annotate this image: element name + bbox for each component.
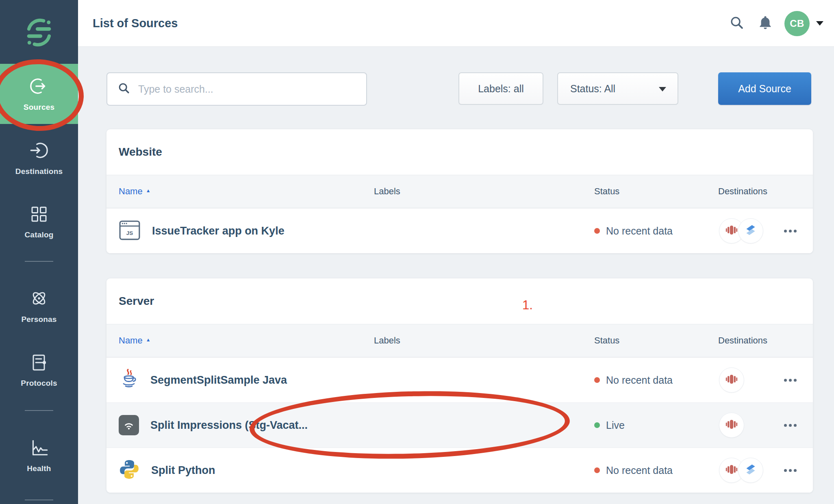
search-button[interactable] <box>723 9 751 38</box>
catalog-icon <box>29 204 49 226</box>
sidebar-divider <box>25 500 53 500</box>
section-title: Website <box>119 146 162 159</box>
status-dot <box>594 467 600 473</box>
chevron-down-icon <box>659 87 666 91</box>
destinations-cell <box>718 458 813 483</box>
amazon-kinesis-icon <box>725 463 738 478</box>
table-row[interactable]: Split Impressions (Stg-Vacat... Live <box>106 402 813 448</box>
row-actions-menu[interactable] <box>782 420 798 431</box>
sidebar-item-label: Health <box>27 464 51 473</box>
search-icon <box>728 14 745 33</box>
svg-text:JS: JS <box>126 230 133 236</box>
column-header-labels: Labels <box>374 186 594 197</box>
column-header-name[interactable]: Name ▲ <box>106 186 374 197</box>
java-source-icon <box>119 368 139 392</box>
destination-badge[interactable] <box>738 218 763 243</box>
sources-icon <box>29 76 49 98</box>
labels-filter-button[interactable]: Labels: all <box>458 72 543 105</box>
sidebar-item-label: Destinations <box>15 167 63 176</box>
search-input[interactable] <box>138 83 350 95</box>
table-row[interactable]: SegmentSplitSample Java No recent data <box>106 357 813 402</box>
sidebar-item-label: Protocols <box>21 379 57 388</box>
source-name: Split Impressions (Stg-Vacat... <box>150 419 308 432</box>
column-header-name[interactable]: Name ▲ <box>106 335 374 346</box>
column-header-destinations: Destinations <box>718 335 813 346</box>
notifications-button[interactable] <box>751 9 780 38</box>
source-name: IssueTracker app on Kyle <box>152 225 285 237</box>
wifi-source-icon <box>119 415 139 435</box>
topbar-actions: CB <box>723 0 834 47</box>
health-icon <box>29 437 49 459</box>
column-header-status: Status <box>594 186 718 197</box>
status-dot <box>594 377 600 383</box>
row-actions-menu[interactable] <box>782 465 798 476</box>
javascript-source-icon: JS <box>119 219 141 243</box>
destination-badge[interactable] <box>719 413 744 438</box>
column-header-destinations: Destinations <box>718 186 813 197</box>
row-actions-menu[interactable] <box>782 375 798 386</box>
avatar[interactable]: CB <box>784 11 810 36</box>
amazon-kinesis-icon <box>725 417 738 433</box>
status-cell: Live <box>594 419 718 431</box>
account-menu-caret-icon[interactable] <box>816 21 823 26</box>
bell-icon <box>757 14 774 33</box>
amazon-kinesis-icon <box>725 223 738 239</box>
status-text: No recent data <box>606 374 673 386</box>
table-header: Name ▲ Labels Status Destinations <box>106 175 813 208</box>
status-filter-dropdown[interactable]: Status: All <box>557 72 678 105</box>
section-title: Server <box>119 295 154 308</box>
sidebar-item-label: Catalog <box>24 230 53 239</box>
status-cell: No recent data <box>594 374 718 386</box>
status-text: Live <box>606 419 625 431</box>
sidebar-item-personas[interactable]: Personas <box>0 283 78 329</box>
source-name: Split Python <box>151 464 215 477</box>
destinations-cell <box>718 367 813 393</box>
add-source-button[interactable]: Add Source <box>718 72 811 105</box>
status-text: No recent data <box>606 225 673 237</box>
status-dot <box>594 422 600 428</box>
website-sources-card: Website Name ▲ Labels Status Destination… <box>106 129 813 253</box>
status-dot <box>594 228 600 234</box>
table-row[interactable]: JS IssueTracker app on Kyle No recent da… <box>106 208 813 253</box>
destinations-cell <box>718 218 813 243</box>
sidebar-item-destinations[interactable]: Destinations <box>0 135 78 181</box>
sidebar: Sources Destinations Catalog <box>0 0 78 504</box>
sidebar-divider <box>25 410 53 411</box>
row-actions-menu[interactable] <box>782 226 798 237</box>
segment-logo <box>0 16 78 49</box>
destinations-icon <box>29 140 49 162</box>
server-sources-card: Server Name ▲ Labels Status Destinations <box>106 278 813 493</box>
page-title: List of Sources <box>93 17 178 30</box>
table-header: Name ▲ Labels Status Destinations <box>106 324 813 357</box>
search-icon <box>117 81 131 97</box>
destination-badge[interactable] <box>719 367 744 393</box>
column-header-status: Status <box>594 335 718 346</box>
main-content: Labels: all Status: All Add Source Websi… <box>78 47 834 504</box>
sidebar-divider <box>25 261 53 262</box>
topbar: List of Sources CB <box>78 0 834 47</box>
status-cell: No recent data <box>594 225 718 237</box>
split-icon <box>743 462 758 478</box>
status-text: No recent data <box>606 465 673 476</box>
split-icon <box>743 223 758 239</box>
protocols-icon <box>29 353 49 374</box>
sidebar-item-catalog[interactable]: Catalog <box>0 199 78 245</box>
source-name: SegmentSplitSample Java <box>150 374 287 387</box>
amazon-kinesis-icon <box>725 372 738 388</box>
destinations-cell <box>718 413 813 438</box>
table-row[interactable]: Split Python No recent data <box>106 448 813 493</box>
source-search <box>106 72 367 106</box>
column-header-labels: Labels <box>374 335 594 346</box>
sidebar-item-sources[interactable]: Sources <box>0 64 78 124</box>
destination-badge[interactable] <box>738 458 763 483</box>
status-cell: No recent data <box>594 465 718 476</box>
status-filter-label: Status: All <box>570 83 615 95</box>
sidebar-item-health[interactable]: Health <box>0 432 78 478</box>
personas-icon <box>29 288 49 310</box>
sidebar-item-label: Sources <box>24 103 54 112</box>
sort-asc-icon: ▲ <box>146 337 151 343</box>
sidebar-item-protocols[interactable]: Protocols <box>0 348 78 393</box>
python-source-icon <box>119 459 140 482</box>
sidebar-item-label: Personas <box>21 315 56 324</box>
sort-asc-icon: ▲ <box>146 188 151 193</box>
